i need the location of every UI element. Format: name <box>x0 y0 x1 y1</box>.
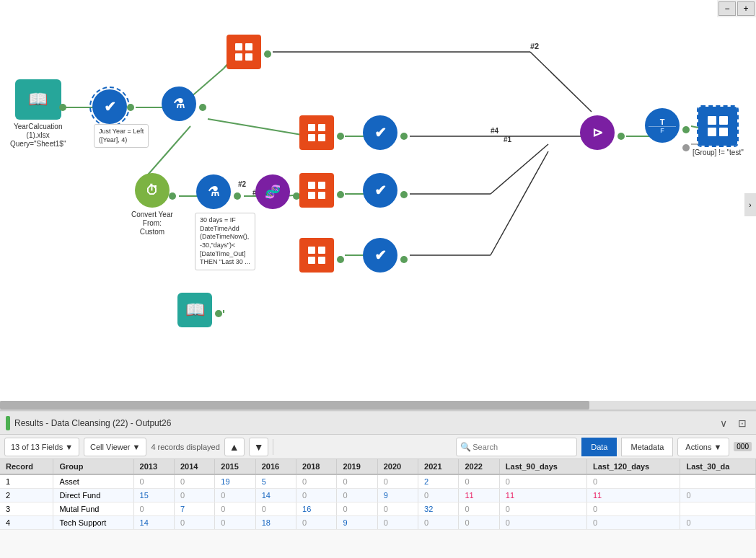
node-proc4[interactable] <box>299 238 334 273</box>
label-hash2: #2 <box>530 42 539 50</box>
node-output-grid[interactable]: [Group] != "test" <box>693 107 744 157</box>
svg-rect-34 <box>308 192 315 199</box>
col-2018: 2018 <box>296 459 337 474</box>
connector-dot <box>169 192 176 200</box>
table-cell: 0 <box>586 516 680 530</box>
minimize-button[interactable]: − <box>718 1 736 16</box>
node-check2[interactable]: ✔ <box>363 115 397 150</box>
records-count: 4 records displayed <box>151 443 219 451</box>
table-cell: 0 <box>133 502 174 516</box>
table-cell: 0 <box>680 489 756 502</box>
node-timer[interactable]: ⏱ Convert YearFrom:Custom <box>131 173 173 236</box>
node-check3[interactable]: ✔ <box>363 173 397 208</box>
svg-rect-29 <box>318 124 325 131</box>
fields-selector[interactable]: 13 of 13 Fields ▼ <box>4 438 79 456</box>
node-dna[interactable]: 🧬 <box>255 174 290 209</box>
svg-rect-24 <box>235 43 242 50</box>
connector-dot <box>337 133 344 140</box>
table-cell: 11 <box>586 489 680 502</box>
col-2015: 2015 <box>215 459 255 474</box>
table-cell: 0 <box>377 502 418 516</box>
table-cell: 14 <box>133 516 174 530</box>
svg-rect-31 <box>318 134 325 141</box>
undock-button[interactable]: ⊡ <box>734 415 750 431</box>
table-cell: 0 <box>459 474 499 489</box>
connector-dot <box>59 104 66 111</box>
col-last120: Last_120_days <box>586 459 680 474</box>
expand-right-button[interactable]: › <box>744 193 756 216</box>
table-cell <box>680 474 756 489</box>
table-cell: 0 <box>174 489 214 502</box>
table-cell: 16 <box>296 502 337 516</box>
svg-rect-26 <box>235 53 242 61</box>
node-book2[interactable]: 📖 <box>177 293 212 327</box>
table-cell: 32 <box>418 502 459 516</box>
formula-just-year: Just Year = Left([Year], 4) <box>94 124 149 148</box>
node-proc1[interactable] <box>227 35 261 69</box>
svg-line-4 <box>208 119 310 136</box>
data-table[interactable]: Record Group 2013 2014 2015 2016 2018 20… <box>0 459 756 558</box>
node-azure[interactable]: T F <box>645 108 680 143</box>
table-cell: 11 <box>459 489 499 502</box>
label-hash1: #1 <box>504 136 511 143</box>
workflow-canvas[interactable]: − + <box>0 0 756 411</box>
node-check1[interactable]: ✔ <box>89 87 130 127</box>
table-row[interactable]: 1Asset001950002000 <box>0 474 756 489</box>
node-timer-label: Convert YearFrom:Custom <box>131 211 173 236</box>
cell-viewer-btn[interactable]: Cell Viewer ▼ <box>84 438 146 456</box>
table-cell: 0 <box>133 474 174 489</box>
table-cell: 0 <box>174 474 214 489</box>
table-cell: Direct Fund <box>53 489 133 502</box>
tab-metadata[interactable]: Metadata <box>621 438 673 456</box>
tab-data[interactable]: Data <box>581 438 617 456</box>
table-cell: 0 <box>377 516 418 530</box>
table-row[interactable]: 2Direct Fund15001400901111110 <box>0 489 756 502</box>
collapse-button[interactable]: ∨ <box>716 415 731 431</box>
node-proc2[interactable] <box>299 115 334 150</box>
canvas-scrollbar[interactable] <box>0 401 756 409</box>
svg-rect-40 <box>708 116 716 125</box>
table-cell: 0 <box>215 516 255 530</box>
svg-rect-41 <box>719 116 728 125</box>
table-row[interactable]: 4Tech Support14001809000000 <box>0 516 756 530</box>
col-last90: Last_90_days <box>499 459 586 474</box>
node-filter[interactable]: ⊳ <box>580 115 615 150</box>
node-flask2[interactable]: ⚗ <box>196 174 231 209</box>
svg-rect-25 <box>245 43 252 50</box>
table-cell: 0 <box>418 489 459 502</box>
table-cell: 2 <box>418 474 459 489</box>
maximize-button[interactable]: + <box>737 1 755 16</box>
label-hash4: #4 <box>491 127 498 135</box>
count-badge: 000 <box>734 442 752 451</box>
canvas-scrollbar-thumb[interactable] <box>0 401 589 409</box>
results-toolbar: 13 of 13 Fields ▼ Cell Viewer ▼ 4 record… <box>0 435 756 459</box>
table-cell: 0 <box>586 474 680 489</box>
table-cell: 0 <box>499 502 586 516</box>
actions-button[interactable]: Actions ▼ <box>677 438 729 456</box>
table-cell: 0 <box>255 502 296 516</box>
col-2021: 2021 <box>418 459 459 474</box>
table-cell: 0 <box>296 474 337 489</box>
col-last30: Last_30_da <box>680 459 756 474</box>
node-xlsx-input[interactable]: 📖 YearCalcuation(1).xlsxQuery="Sheet1$" <box>10 79 66 149</box>
table-cell: Tech Support <box>53 516 133 530</box>
connector-dot <box>264 50 271 58</box>
table-cell: 0 <box>586 502 680 516</box>
sort-up-btn[interactable]: ▲ <box>224 438 245 456</box>
toolbar-divider <box>273 439 273 455</box>
connector-dot <box>337 191 344 198</box>
col-2019: 2019 <box>337 459 377 474</box>
node-check4[interactable]: ✔ <box>363 238 397 273</box>
sort-down-btn[interactable]: ▼ <box>249 438 269 456</box>
col-2022: 2022 <box>459 459 499 474</box>
svg-rect-28 <box>308 124 315 131</box>
svg-line-13 <box>491 144 548 194</box>
search-input[interactable] <box>456 438 577 456</box>
node-proc3[interactable] <box>299 173 334 208</box>
table-row[interactable]: 3Mutal Fund0700160032000 <box>0 502 756 516</box>
connector-dot <box>400 191 408 198</box>
svg-rect-39 <box>318 257 325 264</box>
node-formula1[interactable]: ⚗ <box>162 87 196 121</box>
col-2013: 2013 <box>133 459 174 474</box>
svg-line-6 <box>530 52 592 112</box>
